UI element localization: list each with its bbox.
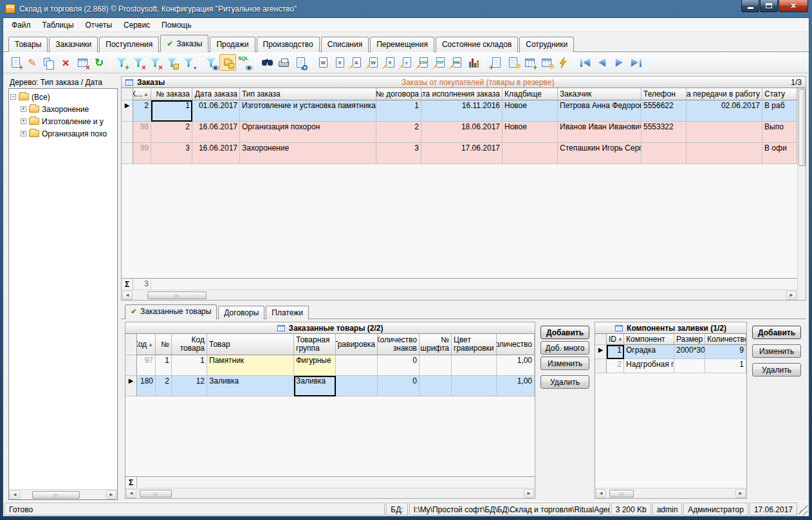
col-header[interactable]: Дата исполнения заказа [421,88,503,100]
export-csv-icon[interactable]: CSV↗ [415,54,432,71]
col-header[interactable]: Товар [207,334,294,355]
export-txt-icon[interactable]: TXT↗ [432,54,448,71]
expand-icon[interactable]: + [21,118,26,124]
add-button[interactable]: Добавить [540,326,589,339]
sql-filter-icon[interactable]: SQL [236,54,253,71]
col-header[interactable]: Дата заказа [192,88,240,100]
col-header[interactable]: Количество знаков [378,334,420,355]
delete-button[interactable]: Удалить [752,363,801,376]
tab-zakazy[interactable]: ✔Заказы [160,35,208,52]
maximize-button[interactable] [760,0,778,12]
focused-cell[interactable]: Заливка [294,376,336,396]
search-icon[interactable] [259,54,275,71]
expand-icon[interactable]: + [21,131,26,136]
minimize-button[interactable] [741,0,759,12]
focused-cell[interactable]: 1 [151,100,192,122]
scroll-right-icon[interactable]: ► [786,291,797,300]
col-header[interactable]: Код▲ [137,334,156,355]
filter-load-icon[interactable] [163,54,180,71]
refresh-icon[interactable]: ↻ [91,54,107,71]
orders-row-3[interactable]: 99 3 16.06.2017 Захоронение 3 17.06.2017… [122,143,797,164]
tab-dogovory[interactable]: Договоры [218,306,264,319]
export-xml-icon[interactable]: XML↗ [448,54,465,71]
tab-platezhi[interactable]: Платежи [266,306,309,319]
scroll-thumb[interactable]: ||| [140,490,172,497]
tab-sotrudniki[interactable]: Сотрудники [519,37,574,52]
col-header[interactable]: № заказа [151,88,192,100]
components-row-2[interactable]: 2 Надгробная п. 1 [595,359,746,373]
menu-service[interactable]: Сервис [118,19,156,31]
edit-button[interactable]: Изменить [752,344,801,358]
tab-postupleniya[interactable]: Поступления [99,37,159,52]
col-header[interactable]: № шрифта [420,334,452,355]
export-doc-icon[interactable]: W↗ [365,54,382,71]
scroll-right-icon[interactable]: ► [106,490,116,499]
collapse-icon[interactable]: − [10,94,16,100]
scroll-right-icon[interactable]: ► [524,489,534,498]
goods-hscrollbar[interactable]: ◄ ||| ► [125,488,535,498]
menu-tables[interactable]: Таблицы [37,19,80,31]
menu-reports[interactable]: Отчеты [80,19,118,31]
preview-icon[interactable] [292,54,309,71]
export-xls-icon[interactable]: X↗ [382,54,398,71]
add-record-icon[interactable]: + [7,54,24,71]
orders-hscrollbar[interactable]: ◄ ||| ► [122,290,797,300]
tab-prodazhi[interactable]: Продажи [210,37,255,52]
nav-prev-icon[interactable] [594,54,611,71]
add-button[interactable]: Добавить [752,326,801,339]
col-header[interactable]: Размер [674,334,705,345]
orders-row-1[interactable]: ▶ 2 1 01.06.2017 Изготовление и установк… [122,100,797,122]
tree-toggle-icon[interactable] [219,54,236,71]
export-word-icon[interactable]: W [315,54,331,71]
col-header[interactable]: Стату [762,88,797,100]
focused-cell[interactable]: 1 [607,345,624,359]
edit-button[interactable]: Изменить [540,357,589,370]
nav-first-icon[interactable] [577,54,594,71]
col-header[interactable]: Заказчик [558,88,641,100]
filter-add-icon[interactable]: + [113,54,130,71]
col-header[interactable]: Товарная группа [294,334,336,355]
close-button[interactable]: × [779,0,808,12]
grid-form-icon[interactable]: + [521,54,538,71]
tree-hscrollbar[interactable]: ◄ ||| ► [9,489,117,499]
filter-save-icon[interactable]: ▪ [180,54,197,71]
scroll-thumb[interactable]: ||| [609,490,634,497]
tree-node-zahoronenie[interactable]: + Захоронение [10,103,116,115]
export-pdf-icon[interactable]: A↗ [348,54,365,71]
tab-tovary[interactable]: Товары [8,37,48,52]
menu-help[interactable]: Помощь [156,19,197,31]
tab-sostoyanie-skladov[interactable]: Состояние складов [436,37,518,52]
edit-record-icon[interactable]: ✎ [24,54,41,71]
grid-form-edit-icon[interactable]: ⚙ [538,54,555,71]
goods-row-1[interactable]: 97 1 1 Памятник Фигурные 0 1,00 [125,355,535,376]
scroll-left-icon[interactable]: ◄ [596,489,606,498]
copy-record-icon[interactable] [41,54,57,71]
add-subrecord-icon[interactable]: + [488,54,504,71]
export-excel-icon[interactable]: X [331,54,348,71]
expand-icon[interactable]: + [21,106,26,112]
col-header[interactable]: № договора [376,88,421,100]
scroll-left-icon[interactable]: ◄ [122,291,133,300]
filter-clear-icon[interactable]: × [147,54,163,71]
filter-view-icon[interactable] [203,54,219,71]
tab-proizvodstvo[interactable]: Производство [257,37,320,52]
orders-vscrollbar[interactable] [797,88,806,300]
col-header[interactable]: Компонент [624,334,674,345]
edit-subrecord-icon[interactable]: ⚙ [504,54,521,71]
components-hscrollbar[interactable]: ◄ ||| ► [595,488,746,498]
col-header[interactable]: Количество [705,334,746,345]
scroll-right-icon[interactable]: ► [735,489,746,498]
tree-node-organizaciya[interactable]: + Организация похо [10,127,116,140]
components-row-1[interactable]: ▶ 1 Оградка 2000*30 9 [595,345,746,359]
col-header[interactable]: ID▲ [607,334,624,345]
scroll-left-icon[interactable]: ◄ [10,490,20,499]
col-header[interactable]: № [156,334,172,355]
resize-grip[interactable] [798,503,807,515]
tree-node-izgotovlenie[interactable]: + Изготовление и у [10,115,116,127]
tab-peremeshcheniya[interactable]: Перемещения [370,37,434,52]
chart-icon[interactable] [465,54,482,71]
col-header[interactable]: Гравировка [336,334,378,355]
scroll-thumb[interactable] [798,89,806,166]
print-icon[interactable] [275,54,292,71]
delete-record-icon[interactable]: × [57,54,74,71]
